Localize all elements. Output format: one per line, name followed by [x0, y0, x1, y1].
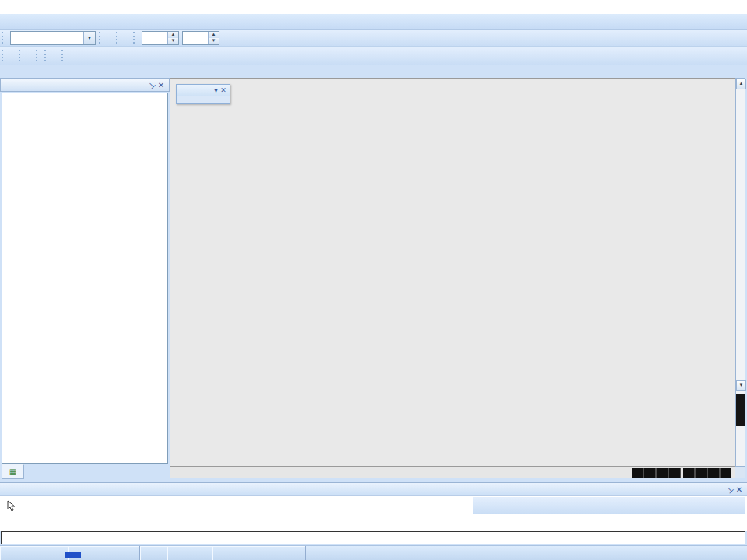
menubaum-panel-header[interactable]: ⊤ ✕	[0, 78, 170, 92]
viewport-bottom-strip	[170, 467, 735, 478]
toolbar-grip[interactable]	[99, 32, 104, 44]
scale-spinner-value	[142, 32, 167, 44]
status-segment-blank	[0, 546, 68, 560]
horizontal-scrollbar-block[interactable]	[632, 468, 681, 478]
menu-bar	[0, 14, 747, 30]
toolbar-overflow[interactable]	[26, 48, 34, 64]
layers-tab-icon: ▦	[9, 467, 16, 476]
title-bar	[0, 0, 747, 14]
spinner-down-icon[interactable]: ▼	[168, 38, 178, 44]
command-cursor-icon	[6, 500, 16, 513]
strip-scroll-right[interactable]	[621, 468, 631, 478]
status-plane[interactable]	[167, 546, 212, 560]
modelling-toolbar	[0, 47, 747, 65]
command-input[interactable]	[1, 531, 745, 544]
toolbar-overflow[interactable]	[51, 48, 60, 64]
spinner-up-icon[interactable]: ▲	[168, 32, 178, 38]
model-viewport[interactable]	[170, 78, 735, 467]
status-units[interactable]	[140, 546, 167, 560]
project-selector-combobox[interactable]: ▼	[10, 31, 96, 45]
count-spinner[interactable]: ▲▼	[182, 31, 219, 45]
toolbar-grip[interactable]	[133, 32, 139, 44]
count-spinner-value	[183, 32, 208, 44]
scroll-up-icon[interactable]: ▲	[736, 79, 746, 89]
status-state	[212, 546, 306, 560]
menu-tree	[2, 93, 168, 464]
toolbar-grip[interactable]	[61, 50, 67, 61]
command-panel-header[interactable]: ⊤ ✕	[0, 482, 747, 495]
menubaum-tab[interactable]: ▦	[2, 464, 24, 479]
vertical-scrollbar[interactable]: ▲ ▼	[735, 78, 745, 467]
toolbar-overflow[interactable]	[221, 30, 230, 46]
strip-scroll-left[interactable]	[170, 468, 180, 478]
close-icon[interactable]: ✕	[219, 86, 228, 94]
status-progress-indicator	[65, 552, 81, 558]
toolbar-grip[interactable]	[2, 50, 7, 61]
scrollbar-corner	[735, 467, 745, 478]
spinner-down-icon[interactable]: ▼	[209, 38, 219, 44]
view-toolbox-header[interactable]: ▼ ✕	[177, 85, 230, 96]
toolbar-grip[interactable]	[2, 32, 7, 44]
scrollbar-thumb[interactable]	[736, 394, 745, 426]
toolbar-overflow[interactable]	[9, 48, 17, 64]
horizontal-scrollbar-block[interactable]	[683, 468, 731, 478]
status-bar	[0, 545, 747, 560]
toolbar-grip[interactable]	[116, 32, 121, 44]
snap-toolbar	[473, 497, 745, 514]
view-toolbox[interactable]: ▼ ✕	[176, 84, 230, 104]
toolbar-overflow[interactable]	[106, 30, 114, 46]
toolbar-grip[interactable]	[19, 50, 24, 61]
toolbar-grip[interactable]	[36, 50, 41, 61]
scale-spinner[interactable]: ▲▼	[142, 31, 179, 45]
spinner-up-icon[interactable]: ▲	[209, 32, 219, 38]
chevron-down-icon[interactable]: ▼	[213, 88, 219, 93]
toolbar-overflow[interactable]	[123, 30, 132, 46]
scroll-down-icon[interactable]: ▼	[736, 380, 746, 391]
combobox-dropdown-icon[interactable]: ▼	[83, 32, 95, 44]
standard-toolbar: ▼ ▲▼ ▲▼	[0, 30, 747, 47]
model-canvas[interactable]	[170, 78, 735, 467]
toolbar-grip[interactable]	[44, 50, 50, 61]
